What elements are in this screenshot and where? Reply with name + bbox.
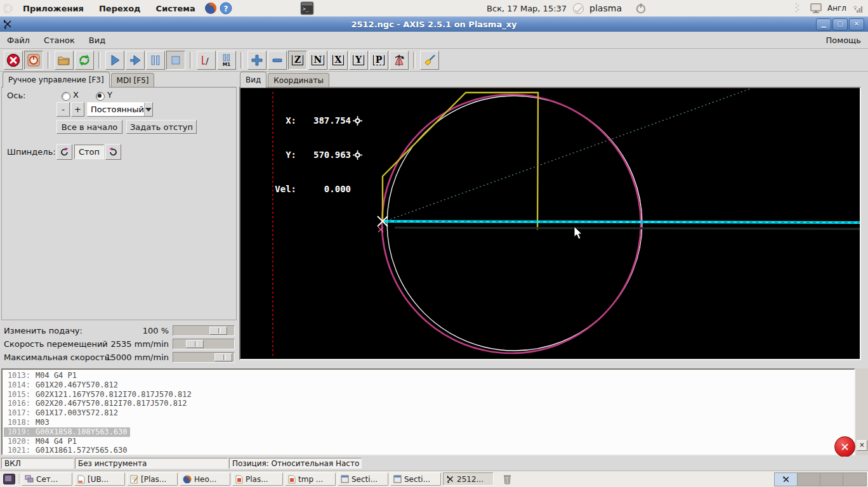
spindle-cw-button[interactable] (105, 144, 121, 160)
window-titlebar[interactable]: 2512.ngc - AXIS 2.5.1 on Plasma_xy ▁ ▢ ✕ (0, 16, 868, 32)
trash-icon[interactable] (499, 472, 515, 487)
workspace-4[interactable] (843, 473, 866, 486)
skip-lines-button[interactable]: / (197, 51, 216, 70)
gcode-listing[interactable]: 1013:M04 G4 P1 1014:G01X20.467Y570.812 1… (1, 368, 855, 455)
stop-button[interactable] (166, 51, 185, 70)
menu-applications[interactable]: Приложения (15, 0, 91, 16)
workspace-2[interactable] (798, 473, 820, 486)
display-settings-icon[interactable] (808, 1, 824, 16)
spindle-stop-button[interactable]: Стоп (74, 145, 104, 159)
gcode-line[interactable]: 1021:G01X1861.572Y565.630 (4, 446, 854, 455)
radio-axis-y-label[interactable]: Y (107, 90, 112, 100)
machine-power-button[interactable] (24, 51, 43, 70)
task-axis-2512[interactable]: 2512... (443, 472, 494, 486)
gcode-line-active[interactable]: 1019:G00X1858.108Y563.630 (4, 427, 130, 437)
status-tool: Без инструмента (75, 458, 228, 469)
reload-button[interactable] (75, 51, 94, 70)
distro-logo-icon[interactable] (0, 1, 15, 16)
tab-dro[interactable]: Координаты (268, 73, 329, 88)
menu-places[interactable]: Переход (91, 0, 148, 16)
home-all-button[interactable]: Все в начало (56, 120, 122, 134)
backplot-canvas[interactable]: X:387.754 Y:570.963 Vel:0.000 (239, 87, 861, 360)
clear-plot-button[interactable] (420, 51, 439, 70)
max-velocity-label: Максимальная скорость: (4, 353, 112, 362)
jog-plus-button[interactable]: + (71, 102, 84, 117)
menu-machine[interactable]: Станок (37, 36, 82, 45)
gcode-line[interactable]: 1020:M04 G4 P1 (4, 437, 854, 446)
tab-mdi[interactable]: MDI [F5] (111, 73, 155, 88)
task-plas-document[interactable]: Plas... (232, 472, 283, 486)
terminal-tray-icon[interactable]: >_ (299, 1, 315, 16)
close-button[interactable]: ✕ (849, 18, 864, 30)
shutdown-icon[interactable] (633, 1, 648, 16)
gcode-line[interactable]: 1013:M04 G4 P1 (4, 371, 854, 380)
tab-manual-control[interactable]: Ручное управление [F3] (3, 72, 110, 88)
task-tmp-document[interactable]: tmp ... (285, 472, 336, 486)
view-z-button[interactable]: Z (288, 51, 307, 70)
gnome-top-panel: Приложения Переход Система ? >_ Вск, 17 … (0, 0, 868, 17)
task-ub-document[interactable]: [UB... (74, 472, 125, 486)
workspace-3[interactable] (820, 473, 843, 486)
firefox-launcher-icon[interactable] (203, 1, 218, 16)
run-program-button[interactable] (105, 51, 124, 70)
max-velocity-thumb[interactable] (214, 353, 232, 361)
show-desktop-button[interactable] (1, 472, 16, 486)
rapid-override-value: 2535 mm/min (111, 339, 169, 349)
run-step-button[interactable] (126, 51, 145, 70)
task-section-window-2[interactable]: Secti... (390, 472, 441, 486)
view-perspective-button[interactable]: P (369, 51, 388, 70)
jog-increment-select[interactable]: Постоянный (87, 102, 153, 117)
task-section-window-1[interactable]: Secti... (338, 472, 388, 486)
rotate-view-button[interactable] (390, 51, 409, 70)
view-z-rotated-button[interactable]: N (308, 51, 327, 70)
gcode-line[interactable]: 1016:G02X20.467Y570.812I70.817J570.812 (4, 399, 854, 408)
panel-drag-handle (789, 1, 805, 16)
jog-minus-button[interactable]: - (56, 102, 70, 117)
task-firefox[interactable]: Нео... (180, 472, 230, 486)
pause-button[interactable] (146, 51, 165, 70)
estop-button[interactable] (4, 51, 23, 70)
view-x-button[interactable]: X (329, 51, 348, 70)
gcode-line[interactable]: 1014:G01X20.467Y570.812 (4, 380, 854, 390)
menu-view[interactable]: Вид (82, 36, 112, 45)
window-menubar: Файл Станок Вид Помощь (0, 32, 868, 49)
svg-text:>_: >_ (303, 6, 309, 12)
zoom-in-button[interactable] (247, 51, 266, 70)
task-plas-editor[interactable]: [Plas... (127, 472, 178, 486)
gcode-line[interactable]: 1015:G02X121.167Y570.812I70.817J570.812 (4, 390, 854, 399)
help-launcher-icon[interactable]: ? (218, 1, 233, 16)
open-file-button[interactable] (55, 51, 74, 70)
feed-override-thumb[interactable] (209, 327, 227, 335)
dro-y-value: 570.963 (296, 149, 351, 160)
rapid-override-thumb[interactable] (186, 340, 204, 348)
touch-off-button[interactable]: Задать отступ (126, 120, 197, 134)
status-position-mode: Позиция: Относительная Насто (229, 458, 362, 469)
rapid-override-slider[interactable] (173, 339, 235, 349)
small-close-button[interactable]: × (857, 440, 867, 451)
optional-pause-button[interactable]: M1 (217, 51, 236, 70)
network-signal-icon[interactable] (850, 1, 865, 16)
menu-system[interactable]: Система (148, 0, 203, 16)
notification-close-button[interactable]: ✕ (834, 436, 855, 457)
feed-override-slider[interactable] (173, 325, 235, 336)
gcode-line[interactable]: 1018:M03 (4, 418, 854, 427)
taskbar-drag-handle (16, 472, 22, 487)
zoom-out-button[interactable] (268, 51, 287, 70)
clock[interactable]: Вск, 17 Мар, 15:37 (487, 4, 567, 13)
menu-help[interactable]: Помощь (819, 36, 868, 45)
keyboard-layout-indicator[interactable]: Англ (827, 4, 846, 13)
task-network[interactable]: Сет... (22, 472, 72, 486)
tab-preview[interactable]: Вид (240, 72, 266, 88)
menu-file[interactable]: Файл (0, 36, 37, 45)
maximize-button[interactable]: ▢ (832, 18, 848, 30)
max-velocity-slider[interactable] (173, 352, 235, 363)
minimize-button[interactable]: ▁ (816, 18, 831, 30)
user-name[interactable]: plasma (589, 3, 622, 13)
override-sliders: Изменить подачу: 100 % Скорость перемеще… (0, 320, 237, 368)
view-y-button[interactable]: Y (349, 51, 368, 70)
workspace-1[interactable] (775, 473, 798, 486)
spindle-ccw-button[interactable] (56, 144, 72, 160)
svg-text:?: ? (223, 4, 228, 13)
radio-axis-x-label[interactable]: X (73, 90, 79, 100)
gcode-line[interactable]: 1017:G01X17.003Y572.812 (4, 408, 854, 418)
